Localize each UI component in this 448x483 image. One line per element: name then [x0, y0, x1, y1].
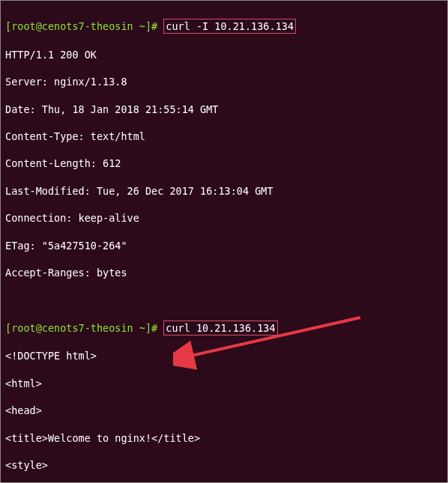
output-line: Content-Length: 612 — [5, 157, 443, 170]
output-line: <!DOCTYPE html> — [5, 349, 443, 362]
output-line: <head> — [5, 404, 443, 417]
output-line: HTTP/1.1 200 OK — [5, 48, 443, 61]
highlighted-command-2: curl 10.21.136.134 — [163, 321, 277, 335]
output-line: Connection: keep-alive — [5, 211, 443, 225]
output-line: <title>Welcome to nginx!</title> — [5, 431, 443, 445]
output-line: Content-Type: text/html — [5, 130, 443, 143]
output-line: Accept-Ranges: bytes — [5, 266, 443, 279]
prompt-user-host: [root@cenots7-theosin ~]# — [5, 20, 163, 32]
command-text: curl -I 10.21.136.134 — [166, 20, 294, 32]
output-line: ETag: "5a427510-264" — [5, 239, 443, 252]
prompt-user-host: [root@cenots7-theosin ~]# — [5, 322, 163, 334]
terminal-output[interactable]: [root@cenots7-theosin ~]# curl -I 10.21.… — [5, 5, 443, 483]
highlighted-command-1: curl -I 10.21.136.134 — [163, 19, 296, 34]
output-line: Last-Modified: Tue, 26 Dec 2017 16:13:04… — [5, 184, 443, 198]
command-text: curl 10.21.136.134 — [166, 322, 275, 334]
output-line: Date: Thu, 18 Jan 2018 21:55:14 GMT — [5, 103, 443, 116]
output-line: <html> — [5, 377, 443, 390]
output-line: <style> — [5, 458, 443, 472]
output-line: Server: nginx/1.13.8 — [5, 75, 443, 88]
